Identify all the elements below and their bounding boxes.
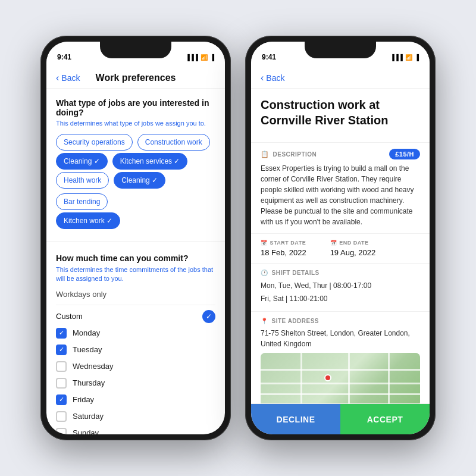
end-date-block: 📅 END DATE 19 Aug, 2022 bbox=[330, 240, 376, 257]
status-bar-2: 9:41 ▐▐▐ 📶 ▐ bbox=[251, 42, 430, 68]
map-road-h3 bbox=[261, 393, 420, 395]
saturday-checkbox[interactable] bbox=[56, 411, 67, 422]
custom-label: Custom bbox=[56, 312, 83, 321]
signal-icon-2: ▐▐▐ bbox=[390, 54, 403, 61]
status-bar-1: 9:41 ▐▐▐ 📶 ▐ bbox=[46, 42, 225, 68]
wednesday-checkbox[interactable] bbox=[56, 361, 67, 372]
tag-construction[interactable]: Construction work bbox=[137, 134, 210, 151]
description-section: 📋 DESCRIPTION £15/h Essex Properties is … bbox=[251, 142, 430, 233]
calendar-icon-start: 📅 bbox=[261, 240, 268, 246]
screen-content-1: ‹ Back Work preferences What type of job… bbox=[46, 68, 225, 434]
custom-row: Custom ✓ bbox=[56, 310, 215, 323]
thursday-checkbox[interactable] bbox=[56, 378, 67, 389]
description-label-row: 📋 DESCRIPTION bbox=[261, 151, 317, 158]
page-title-1: Work preferences bbox=[96, 73, 176, 83]
monday-label: Monday bbox=[73, 328, 100, 337]
shift-text-2: Fri, Sat | 11:00-21:00 bbox=[261, 293, 420, 306]
decline-button[interactable]: DECLINE bbox=[251, 404, 340, 434]
wifi-icon: 📶 bbox=[201, 54, 208, 61]
divider-1 bbox=[46, 241, 225, 242]
battery-icon-2: ▐ bbox=[415, 54, 419, 61]
job-scroll[interactable]: ‹ Back Construction work at Cornville Ri… bbox=[251, 68, 430, 403]
tag-cleaning-1[interactable]: Cleaning ✓ bbox=[56, 153, 108, 170]
tags-row-1: Security operations Construction work bbox=[56, 134, 215, 151]
end-date-label: END DATE bbox=[339, 240, 368, 246]
tag-security-label: Security operations bbox=[64, 138, 125, 146]
tag-kitchen-work[interactable]: Kitchen work ✓ bbox=[56, 212, 120, 229]
monday-checkbox[interactable]: ✓ bbox=[56, 328, 67, 339]
job-header: Construction work at Cornville River Sta… bbox=[251, 89, 430, 142]
wifi-icon-2: 📶 bbox=[405, 54, 412, 61]
back-chevron-icon: ‹ bbox=[56, 73, 59, 83]
commit-title: How much time can you commit? bbox=[56, 253, 215, 263]
calendar-icon-end: 📅 bbox=[330, 240, 337, 246]
map-pin bbox=[324, 374, 331, 381]
map-road-h1 bbox=[261, 369, 420, 371]
tag-bartending-label: Bar tending bbox=[64, 198, 100, 206]
status-icons-1: ▐▐▐ 📶 ▐ bbox=[186, 54, 214, 61]
commit-section: How much time can you commit? This deter… bbox=[46, 246, 225, 434]
day-sunday[interactable]: Sunday bbox=[56, 428, 215, 434]
address-section: 📍 SITE ADDRESS 71-75 Shelton Street, Lon… bbox=[251, 311, 430, 403]
address-label: SITE ADDRESS bbox=[272, 318, 320, 324]
saturday-label: Saturday bbox=[73, 412, 104, 421]
screen-content-2: ‹ Back Construction work at Cornville Ri… bbox=[251, 68, 430, 434]
tag-health[interactable]: Health work bbox=[56, 172, 109, 189]
tags-row-4: Kitchen work ✓ bbox=[56, 212, 215, 229]
friday-checkbox[interactable]: ✓ bbox=[56, 394, 67, 405]
nav-bar-2: ‹ Back bbox=[251, 68, 430, 89]
back-label-1: Back bbox=[61, 73, 80, 83]
action-bar: DECLINE ACCEPT bbox=[251, 403, 430, 434]
tag-kitchen-work-label: Kitchen work ✓ bbox=[64, 217, 112, 225]
tag-health-label: Health work bbox=[64, 176, 101, 184]
shift-text-1: Mon, Tue, Wed, Thur | 08:00-17:00 bbox=[261, 280, 420, 293]
notch-1 bbox=[100, 42, 171, 58]
tag-cleaning-2-label: Cleaning ✓ bbox=[121, 176, 158, 184]
time-2: 9:41 bbox=[262, 53, 276, 61]
tag-security[interactable]: Security operations bbox=[56, 134, 133, 151]
pin-icon: 📍 bbox=[261, 318, 268, 324]
custom-check: ✓ bbox=[202, 310, 215, 323]
day-saturday[interactable]: Saturday bbox=[56, 411, 215, 422]
divider-2 bbox=[56, 305, 215, 305]
description-text: Essex Properties is trying to build a ma… bbox=[261, 163, 420, 227]
day-monday[interactable]: ✓ Monday bbox=[56, 328, 215, 339]
phone-1: 9:41 ▐▐▐ 📶 ▐ ‹ Back Work preferences bbox=[40, 36, 231, 440]
jobs-section-title: What type of jobs are you interested in … bbox=[56, 98, 215, 117]
map-road-v1 bbox=[300, 353, 302, 403]
address-text: 71-75 Shelton Street, London, Greater Lo… bbox=[261, 328, 420, 349]
tags-row-2: Cleaning ✓ Kitchen services ✓ bbox=[56, 153, 215, 170]
accept-button[interactable]: ACCEPT bbox=[340, 404, 430, 434]
map-road-v2 bbox=[348, 353, 350, 403]
day-tuesday[interactable]: ✓ Tuesday bbox=[56, 345, 215, 355]
back-button-2[interactable]: ‹ Back bbox=[261, 73, 284, 83]
shift-section: 🕐 SHIFT DETAILS Mon, Tue, Wed, Thur | 08… bbox=[251, 263, 430, 311]
doc-icon: 📋 bbox=[261, 151, 270, 158]
day-friday[interactable]: ✓ Friday bbox=[56, 394, 215, 405]
tags-row-3: Health work Cleaning ✓ Bar tending bbox=[56, 172, 215, 210]
map-placeholder bbox=[261, 353, 420, 403]
jobs-section: What type of jobs are you interested in … bbox=[46, 89, 225, 236]
tag-cleaning-2[interactable]: Cleaning ✓ bbox=[114, 172, 165, 189]
back-button-1[interactable]: ‹ Back bbox=[56, 73, 80, 83]
tuesday-checkbox[interactable]: ✓ bbox=[56, 345, 67, 355]
tuesday-label: Tuesday bbox=[73, 345, 102, 354]
day-wednesday[interactable]: Wednesday bbox=[56, 361, 215, 372]
job-title: Construction work at Cornville River Sta… bbox=[261, 97, 420, 128]
back-chevron-icon-2: ‹ bbox=[261, 73, 264, 83]
sunday-checkbox[interactable] bbox=[56, 428, 67, 434]
wednesday-label: Wednesday bbox=[73, 362, 113, 371]
start-date-label: START DATE bbox=[270, 240, 306, 246]
description-label: DESCRIPTION bbox=[273, 151, 317, 158]
day-thursday[interactable]: Thursday bbox=[56, 378, 215, 389]
phone-2: 9:41 ▐▐▐ 📶 ▐ ‹ Back bbox=[245, 36, 436, 440]
tag-bartending[interactable]: Bar tending bbox=[56, 193, 108, 210]
tag-kitchen-services[interactable]: Kitchen services ✓ bbox=[112, 153, 188, 170]
shift-label-text: SHIFT DETAILS bbox=[272, 270, 320, 276]
battery-icon: ▐ bbox=[210, 54, 214, 61]
commit-subtitle: This determines the time commitments of … bbox=[56, 265, 215, 284]
time-1: 9:41 bbox=[57, 53, 71, 61]
nav-bar-1: ‹ Back Work preferences bbox=[46, 68, 225, 89]
tag-cleaning-1-label: Cleaning ✓ bbox=[64, 157, 100, 165]
map-road-h2 bbox=[261, 383, 420, 384]
